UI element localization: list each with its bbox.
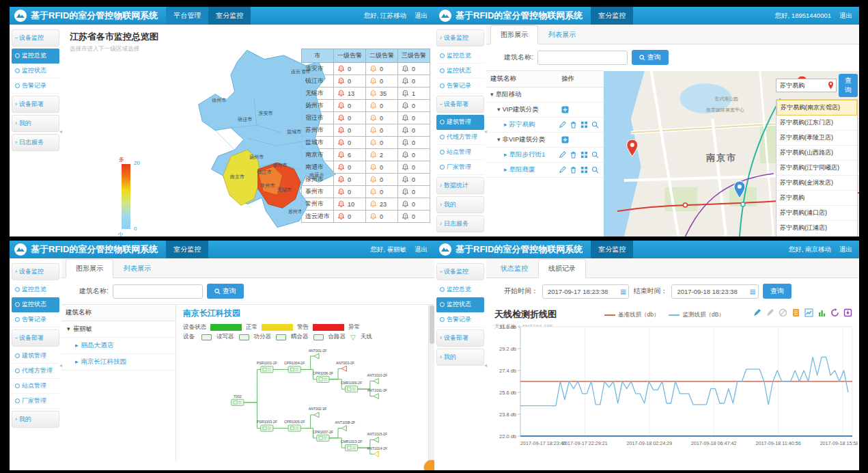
sidebar-group[interactable]: ›设备监控 — [12, 29, 59, 46]
calendar-icon[interactable]: ▦ — [749, 288, 755, 295]
delete-icon[interactable] — [570, 151, 578, 159]
sidebar-item[interactable]: 建筑管理 — [436, 115, 484, 130]
sidebar-group[interactable]: ›设备监控 — [12, 263, 59, 280]
table-row[interactable]: 徐州市102030 — [302, 174, 430, 186]
table-row[interactable]: 常州市11022330 — [302, 198, 430, 211]
data-view-icon[interactable] — [792, 308, 800, 317]
caret-right-icon[interactable]: ▸ — [75, 342, 79, 349]
vertical-scrollbar[interactable] — [428, 305, 434, 461]
caret-right-icon[interactable]: ▸ — [504, 167, 507, 173]
sidebar-group[interactable]: ›设备部署 — [436, 329, 484, 347]
caret-down-icon[interactable]: ▾ — [490, 92, 494, 98]
sidebar-item[interactable]: 告警记录 — [12, 79, 59, 94]
tab-inactive[interactable]: 列表展示 — [113, 259, 161, 278]
sidebar-item[interactable]: 监控总览 — [12, 282, 59, 297]
store-list-item[interactable]: 苏宁易购(山西路店) — [776, 146, 857, 161]
caret-down-icon[interactable]: ▾ — [497, 107, 501, 113]
sidebar-item[interactable]: 厂家管理 — [12, 394, 59, 409]
tab-active[interactable]: 图形展示 — [66, 259, 113, 278]
list-icon[interactable] — [580, 121, 589, 129]
caret-right-icon[interactable]: ▸ — [75, 359, 79, 365]
sidebar-group[interactable]: ›日志服务 — [436, 215, 484, 232]
sidebar-group[interactable]: ›数据统计 — [436, 177, 484, 194]
table-row[interactable]: 镇江市102030 — [302, 75, 430, 87]
sidebar-item[interactable]: 监控状态 — [436, 297, 484, 312]
table-row[interactable]: 盐城市102030 — [302, 137, 430, 149]
table-row[interactable]: 南通市102030 — [302, 161, 430, 174]
floating-action-button[interactable] — [424, 460, 434, 470]
building-tree-item[interactable]: ▸南京长江科技园 — [61, 354, 176, 370]
tree-row[interactable]: ▸苏宁易购 — [486, 118, 604, 133]
edit-pencil-icon[interactable] — [766, 308, 774, 317]
tab-inactive[interactable]: 状态监控 — [490, 259, 538, 278]
search-button[interactable]: 查询 — [207, 284, 244, 299]
table-row[interactable]: 扬州市102030 — [302, 100, 430, 112]
sidebar-item[interactable]: 厂家管理 — [436, 160, 484, 175]
sidebar-item[interactable]: 监控状态 — [12, 297, 59, 312]
sidebar-group[interactable]: ›我的 — [436, 196, 484, 213]
sidebar-group[interactable]: ›日志服务 — [12, 134, 59, 151]
store-list-item[interactable]: 苏宁易购(南京江宁店) — [776, 236, 857, 236]
legend-entry[interactable]: 基准线损（db） — [604, 311, 659, 319]
sidebar-group[interactable]: ›设备监控 — [436, 263, 484, 280]
sidebar-item[interactable]: 告警记录 — [12, 312, 59, 327]
table-row[interactable]: 宿迁市102030 — [302, 112, 430, 124]
table-row[interactable]: 南京市162230 — [302, 149, 430, 161]
store-list-item[interactable]: 苏宁易购(孝陵卫店) — [776, 131, 857, 146]
building-tree-item[interactable]: ▾崔丽敏 — [61, 321, 176, 338]
tab-active[interactable]: 图形展示 — [490, 25, 538, 44]
add-icon[interactable] — [561, 106, 570, 114]
building-tree-item[interactable]: ▸丽晶大酒店 — [61, 338, 176, 354]
map-search-button[interactable]: 查询 — [839, 74, 858, 97]
start-time-input[interactable] — [546, 287, 617, 296]
delete-icon[interactable] — [570, 121, 578, 129]
edit-icon[interactable] — [559, 121, 567, 129]
sidebar-item[interactable]: 站点管理 — [12, 379, 59, 394]
nav-tab[interactable]: 室分监控 — [591, 7, 633, 25]
sidebar-group[interactable]: ›设备部署 — [12, 96, 59, 113]
search-button[interactable]: 查询 — [632, 50, 669, 65]
mark-pencil-icon[interactable] — [753, 308, 761, 317]
line-chart-icon[interactable] — [804, 308, 813, 317]
logout-link[interactable]: 退出 — [839, 245, 852, 254]
sidebar-item[interactable]: 监控总览 — [12, 49, 59, 64]
tree-row[interactable]: ▸阜阳步行街1 — [486, 148, 604, 163]
caret-right-icon[interactable]: ▸ — [504, 122, 507, 128]
nav-tab[interactable]: 室分监控 — [208, 7, 251, 25]
edit-icon[interactable] — [559, 166, 567, 174]
logout-link[interactable]: 退出 — [415, 245, 428, 254]
map-search-input[interactable] — [779, 81, 826, 90]
tab-active[interactable]: 线损记录 — [538, 259, 586, 278]
table-row[interactable]: 无锡市11323531 — [302, 87, 430, 100]
legend-entry[interactable]: 监测线损（dB） — [669, 311, 724, 319]
refresh-icon[interactable] — [830, 308, 839, 317]
store-list-item[interactable]: 苏宁易购(金润发店) — [776, 176, 857, 191]
search-icon[interactable] — [591, 151, 600, 159]
nav-tab[interactable]: 室分监控 — [591, 241, 633, 258]
search-icon[interactable] — [591, 121, 600, 129]
bar-chart-icon[interactable] — [817, 308, 826, 317]
sidebar-item[interactable]: 监控总览 — [436, 49, 484, 64]
sidebar-group[interactable]: ›设备部署 — [12, 329, 59, 347]
caret-down-icon[interactable]: ▾ — [67, 326, 70, 332]
store-list-item[interactable]: 苏宁易购(江浦店) — [776, 221, 857, 236]
save-image-icon[interactable] — [843, 308, 852, 317]
device-topology-diagram[interactable]: T002 PSR1001-2F CPR1004-2F ANT001-2F CPR… — [179, 347, 434, 461]
building-name-input[interactable] — [113, 284, 203, 299]
tree-row[interactable]: ▸阜阳商厦 — [486, 163, 604, 178]
tree-row[interactable]: ▾非VIP建筑分类 — [486, 133, 604, 148]
store-list-item[interactable]: 苏宁易购(浦口店) — [776, 206, 857, 221]
sidebar-item[interactable]: 监控状态 — [436, 64, 484, 79]
end-time-input[interactable] — [675, 287, 746, 296]
list-icon[interactable] — [580, 166, 589, 174]
sidebar-group[interactable]: ›我的 — [436, 349, 484, 366]
table-row[interactable]: 苏州市102030 — [302, 124, 430, 137]
city-map[interactable]: 南京市 南京国际展览中心玄武湖公园紫金山 查询 苏宁易购(南京宾馆店)苏宁易购(… — [604, 71, 859, 236]
sidebar-group[interactable]: ›我的 — [12, 115, 59, 132]
store-list-item[interactable]: 苏宁易购 — [776, 191, 857, 206]
query-button[interactable]: 查询 — [763, 284, 792, 299]
sidebar-group[interactable]: ›我的 — [12, 411, 59, 428]
tree-row[interactable]: ▾VIP建筑分类 — [486, 103, 604, 118]
sidebar-item[interactable]: 站点管理 — [436, 145, 484, 160]
table-row[interactable]: 连云港市102030 — [302, 211, 430, 223]
